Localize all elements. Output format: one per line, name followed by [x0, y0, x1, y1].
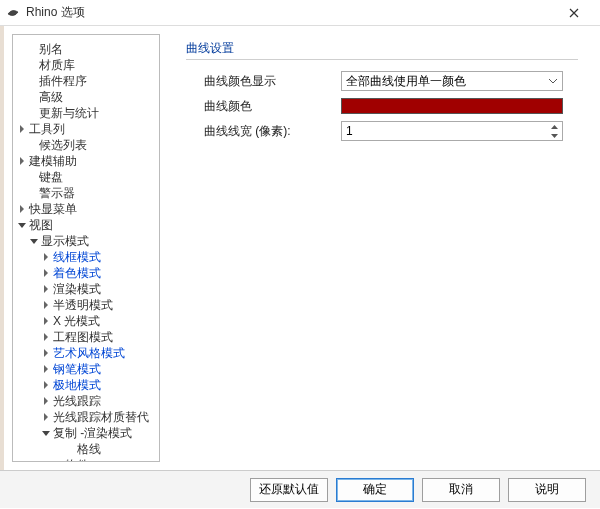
- tree-item[interactable]: 别名: [13, 41, 159, 57]
- combo-value: 全部曲线使用单一颜色: [346, 73, 466, 90]
- tree-item-label: 候选列表: [39, 137, 87, 153]
- twisty-none: [27, 140, 37, 150]
- tree-item[interactable]: 半透明模式: [13, 297, 159, 313]
- tree-item[interactable]: 艺术风格模式: [13, 345, 159, 361]
- tree-item[interactable]: 物件: [13, 457, 159, 462]
- tree-item-label: 渲染模式: [53, 281, 101, 297]
- curve-color-display-label: 曲线颜色显示: [186, 73, 341, 90]
- footer: 还原默认值 确定 取消 说明: [0, 470, 600, 508]
- twisty-open-icon[interactable]: [29, 236, 39, 246]
- curve-color-label: 曲线颜色: [186, 98, 341, 115]
- tree-item[interactable]: 显示模式: [13, 233, 159, 249]
- chevron-down-icon: [546, 74, 560, 88]
- twisty-open-icon[interactable]: [17, 220, 27, 230]
- twisty-open-icon[interactable]: [53, 460, 63, 462]
- tree-item[interactable]: 高级: [13, 89, 159, 105]
- twisty-closed-icon[interactable]: [17, 204, 27, 214]
- tree-item-label: 键盘: [39, 169, 63, 185]
- tree-item[interactable]: 复制 -渲染模式: [13, 425, 159, 441]
- twisty-open-icon[interactable]: [41, 428, 51, 438]
- spinner-up-icon[interactable]: [547, 122, 561, 131]
- app-icon: [6, 6, 20, 20]
- twisty-none: [27, 172, 37, 182]
- tree-item[interactable]: 着色模式: [13, 265, 159, 281]
- twisty-none: [65, 444, 75, 454]
- tree-item[interactable]: 视图: [13, 217, 159, 233]
- tree-item-label: 复制 -渲染模式: [53, 425, 132, 441]
- curve-width-label: 曲线线宽 (像素):: [186, 123, 341, 140]
- tree-item[interactable]: 极地模式: [13, 377, 159, 393]
- cancel-button[interactable]: 取消: [422, 478, 500, 502]
- tree-item[interactable]: 渲染模式: [13, 281, 159, 297]
- tree-item-label: 物件: [65, 457, 89, 462]
- twisty-closed-icon[interactable]: [41, 252, 51, 262]
- tree-item-label: 极地模式: [53, 377, 101, 393]
- tree-item-label: 半透明模式: [53, 297, 113, 313]
- twisty-closed-icon[interactable]: [41, 396, 51, 406]
- tree-item-label: 钢笔模式: [53, 361, 101, 377]
- settings-panel: 曲线设置 曲线颜色显示 全部曲线使用单一颜色 曲线颜色 曲线线宽 (像素): 1: [164, 26, 600, 470]
- tree-item-label: 材质库: [39, 57, 75, 73]
- group-title: 曲线设置: [186, 40, 578, 57]
- tree-item[interactable]: 工具列: [13, 121, 159, 137]
- curve-color-swatch[interactable]: [341, 98, 563, 114]
- tree-item-label: 警示器: [39, 185, 75, 201]
- tree-item[interactable]: 光线跟踪材质替代: [13, 409, 159, 425]
- nav-tree[interactable]: 别名材质库插件程序高级更新与统计工具列候选列表建模辅助键盘警示器快显菜单视图显示…: [12, 34, 160, 462]
- tree-item[interactable]: 工程图模式: [13, 329, 159, 345]
- tree-item[interactable]: X 光模式: [13, 313, 159, 329]
- twisty-closed-icon[interactable]: [17, 156, 27, 166]
- twisty-none: [27, 76, 37, 86]
- twisty-closed-icon[interactable]: [41, 348, 51, 358]
- twisty-closed-icon[interactable]: [17, 124, 27, 134]
- twisty-closed-icon[interactable]: [41, 268, 51, 278]
- twisty-none: [27, 44, 37, 54]
- tree-item-label: 着色模式: [53, 265, 101, 281]
- ok-button[interactable]: 确定: [336, 478, 414, 502]
- tree-item-label: 线框模式: [53, 249, 101, 265]
- twisty-closed-icon[interactable]: [41, 316, 51, 326]
- tree-item[interactable]: 键盘: [13, 169, 159, 185]
- tree-item[interactable]: 快显菜单: [13, 201, 159, 217]
- spinner-down-icon[interactable]: [547, 131, 561, 140]
- tree-item-label: 更新与统计: [39, 105, 99, 121]
- twisty-closed-icon[interactable]: [41, 284, 51, 294]
- tree-item-label: 高级: [39, 89, 63, 105]
- tree-item-label: 显示模式: [41, 233, 89, 249]
- tree-item-label: X 光模式: [53, 313, 100, 329]
- twisty-closed-icon[interactable]: [41, 300, 51, 310]
- tree-item[interactable]: 插件程序: [13, 73, 159, 89]
- twisty-none: [27, 60, 37, 70]
- tree-item[interactable]: 警示器: [13, 185, 159, 201]
- tree-item[interactable]: 线框模式: [13, 249, 159, 265]
- twisty-closed-icon[interactable]: [41, 364, 51, 374]
- curve-color-display-combo[interactable]: 全部曲线使用单一颜色: [341, 71, 563, 91]
- twisty-closed-icon[interactable]: [41, 380, 51, 390]
- titlebar: Rhino 选项: [0, 0, 600, 26]
- twisty-none: [27, 108, 37, 118]
- restore-defaults-button[interactable]: 还原默认值: [250, 478, 328, 502]
- tree-item[interactable]: 格线: [13, 441, 159, 457]
- twisty-none: [27, 92, 37, 102]
- tree-item-label: 插件程序: [39, 73, 87, 89]
- tree-item[interactable]: 光线跟踪: [13, 393, 159, 409]
- tree-item[interactable]: 钢笔模式: [13, 361, 159, 377]
- twisty-closed-icon[interactable]: [41, 332, 51, 342]
- close-button[interactable]: [554, 0, 594, 26]
- tree-item[interactable]: 建模辅助: [13, 153, 159, 169]
- tree-item[interactable]: 候选列表: [13, 137, 159, 153]
- help-button[interactable]: 说明: [508, 478, 586, 502]
- twisty-none: [27, 188, 37, 198]
- divider: [186, 59, 578, 60]
- spinner-value: 1: [346, 124, 353, 138]
- tree-item-label: 格线: [77, 441, 101, 457]
- tree-item[interactable]: 材质库: [13, 57, 159, 73]
- tree-item-label: 光线跟踪材质替代: [53, 409, 149, 425]
- tree-item[interactable]: 更新与统计: [13, 105, 159, 121]
- tree-item-label: 艺术风格模式: [53, 345, 125, 361]
- window-title: Rhino 选项: [26, 4, 554, 21]
- tree-item-label: 视图: [29, 217, 53, 233]
- tree-item-label: 别名: [39, 41, 63, 57]
- curve-width-spinner[interactable]: 1: [341, 121, 563, 141]
- twisty-closed-icon[interactable]: [41, 412, 51, 422]
